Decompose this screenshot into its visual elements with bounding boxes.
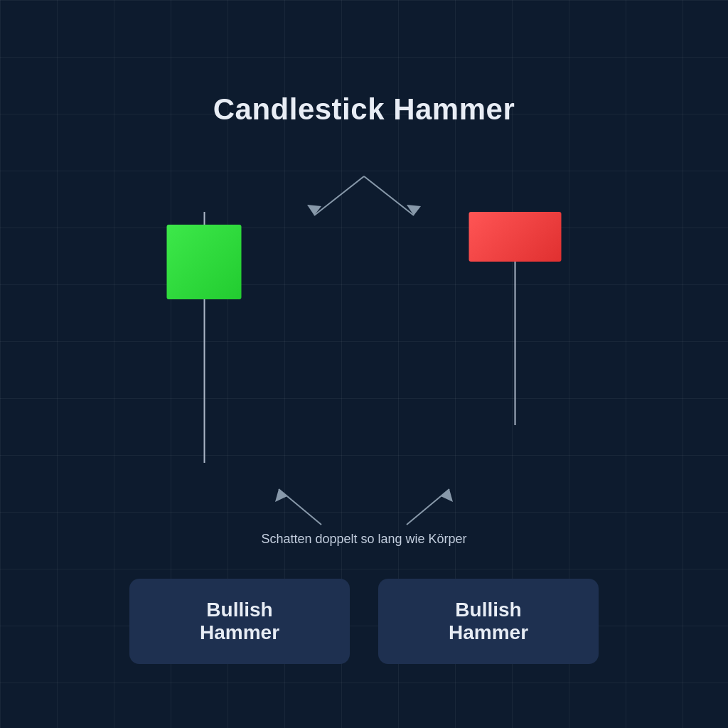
red-candle <box>469 212 562 425</box>
candles-container <box>167 212 562 463</box>
bullish-hammer-button-right[interactable]: Bullish Hammer <box>378 579 599 664</box>
main-content: Candlestick Hammer <box>0 0 728 728</box>
red-candle-body <box>469 212 562 262</box>
buttons-row: Bullish Hammer Bullish Hammer <box>129 579 599 664</box>
page-title: Candlestick Hammer <box>213 92 515 127</box>
diagram-area: Schatten doppelt so lang wie Körper Bull… <box>80 127 648 728</box>
green-candle-bottom-wick <box>203 299 205 463</box>
red-candle-bottom-wick <box>515 262 516 425</box>
green-candle <box>167 212 242 463</box>
bullish-hammer-button-left[interactable]: Bullish Hammer <box>129 579 350 664</box>
svg-line-0 <box>314 176 364 215</box>
svg-line-2 <box>364 176 414 215</box>
bottom-arrows-svg <box>250 475 478 532</box>
green-candle-top-wick <box>203 212 205 225</box>
green-candle-body <box>167 225 242 299</box>
shadow-label: Schatten doppelt so lang wie Körper <box>261 532 466 547</box>
